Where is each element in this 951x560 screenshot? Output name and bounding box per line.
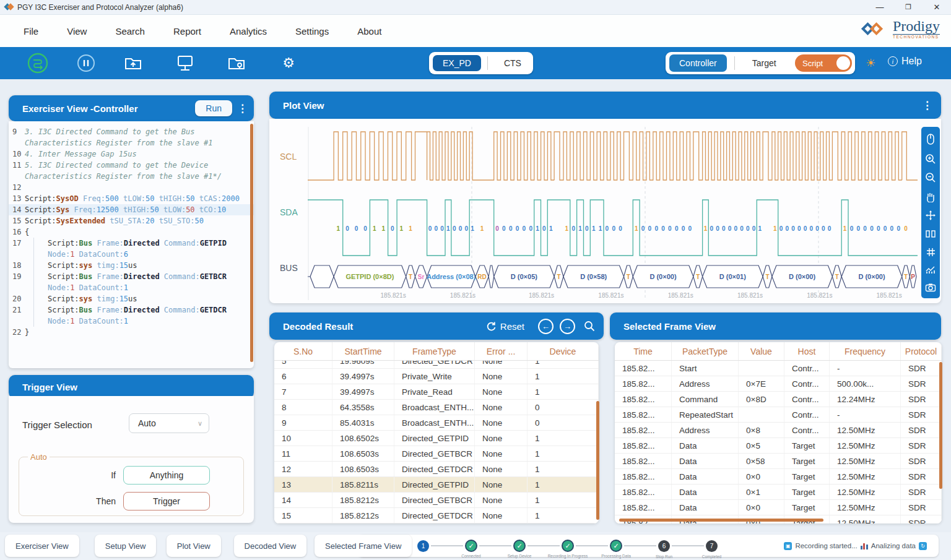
selected-frame-row[interactable]: 185.82...Data0×1Target12.50MHzSDR <box>615 485 942 500</box>
role-controller-button[interactable]: Controller <box>669 54 727 72</box>
step-connector <box>672 545 704 546</box>
menu-item-view[interactable]: View <box>67 26 87 37</box>
close-button[interactable]: ✕ <box>923 2 951 12</box>
progress-step: ✓Processing Data <box>610 540 622 552</box>
decoded-row[interactable]: 12108.6503sDirected_GETDCRNone1 <box>274 462 599 477</box>
column-header-starttime[interactable]: StartTime <box>332 342 394 360</box>
chart-icon[interactable] <box>925 265 936 275</box>
code-scrollbar[interactable] <box>250 124 253 362</box>
folder-upload-icon[interactable] <box>123 53 144 74</box>
reset-button[interactable]: Reset <box>486 321 524 332</box>
column-header-protocol[interactable]: Protocol <box>901 342 942 360</box>
column-header-host[interactable]: Host <box>784 342 830 360</box>
move-icon[interactable] <box>925 210 936 221</box>
menu-item-file[interactable]: File <box>24 26 38 37</box>
selected-frame-row[interactable]: 185.82...RepeatedStartContr...-SDR <box>615 407 942 423</box>
prodigy-logo-icon <box>862 21 888 37</box>
waveform-plot[interactable]: 1000110110001000110000001011010110001000… <box>308 127 921 301</box>
view-tab-plot-view[interactable]: Plot View <box>167 535 221 557</box>
grid-icon[interactable] <box>926 247 936 257</box>
trigger-selection-dropdown[interactable]: Auto ∨ <box>129 413 209 433</box>
prev-frame-button[interactable]: ← <box>538 319 554 334</box>
help-button[interactable]: i Help <box>888 56 922 67</box>
view-tab-setup-view[interactable]: Setup View <box>95 535 157 557</box>
step-label: Stop Run <box>656 554 672 559</box>
monitor-icon[interactable] <box>175 53 196 74</box>
table-cell: 185.82... <box>615 469 672 484</box>
exerciser-flow-icon[interactable] <box>27 53 48 74</box>
mode-cts-button[interactable]: CTS <box>494 55 531 71</box>
gear-icon[interactable]: ⚙ <box>278 53 299 74</box>
camera-icon[interactable] <box>925 283 936 292</box>
pan-hand-icon[interactable] <box>925 191 936 202</box>
script-toggle[interactable]: Script <box>795 54 852 72</box>
view-tab-decoded-view[interactable]: Decoded View <box>234 535 307 557</box>
plot-canvas[interactable]: SCL SDA BUS 1000110110001000110000001011… <box>269 119 941 303</box>
column-header-s-no[interactable]: S.No <box>274 342 332 360</box>
menu-item-settings[interactable]: Settings <box>295 26 329 37</box>
compare-icon[interactable] <box>925 229 936 239</box>
column-header-packettype[interactable]: PacketType <box>672 342 739 360</box>
step-connector <box>528 545 560 546</box>
sda-bit: 1 <box>599 225 602 232</box>
search-icon[interactable] <box>584 321 595 332</box>
column-header-frequency[interactable]: Frequency <box>830 342 901 360</box>
column-header-value[interactable]: Value <box>739 342 784 360</box>
selected-frame-row[interactable]: 185.82...Address0×7EContr...500.00k...SD… <box>615 376 942 392</box>
menu-item-about[interactable]: About <box>357 26 381 37</box>
decoded-row[interactable]: 13185.8211sDirected_GETPIDNone1 <box>274 477 599 493</box>
folder-pin-icon[interactable] <box>226 53 247 74</box>
menu-item-search[interactable]: Search <box>115 26 145 37</box>
column-header-time[interactable]: Time <box>615 342 672 360</box>
decoded-row[interactable]: 985.4031sBroadcast_ENTH...None0 <box>274 415 599 431</box>
selected-frame-hscrollbar[interactable] <box>619 519 823 522</box>
decoded-row[interactable]: 15185.8212sDirected_GETDCRNone1 <box>274 508 599 523</box>
role-target-button[interactable]: Target <box>742 54 786 72</box>
pause-icon[interactable] <box>76 53 97 74</box>
then-action-button[interactable]: Trigger <box>123 492 210 510</box>
selected-frame-vscrollbar[interactable] <box>939 362 942 489</box>
plot-more-icon[interactable]: ⋮ <box>922 99 932 112</box>
view-tab-selected-frame-view[interactable]: Selected Frame View <box>315 535 412 557</box>
decoded-row[interactable]: 864.3558sBroadcast_ENTH...None0 <box>274 400 599 415</box>
sda-bit: 0 <box>688 225 692 232</box>
selected-frame-row[interactable]: 185.82...Data0×5Target12.50MHzSDR <box>615 438 942 454</box>
decoded-row[interactable]: 11108.6503sDirected_GETBCRNone1 <box>274 446 599 462</box>
menu-item-report[interactable]: Report <box>173 26 201 37</box>
selected-frame-row[interactable]: 185.82...Data0×0Target12.50MHzSDR <box>615 500 942 515</box>
decoded-row[interactable]: 10108.6502sDirected_GETPIDNone1 <box>274 431 599 446</box>
column-header-error-[interactable]: Error ... <box>475 342 528 360</box>
view-tab-exerciser-view[interactable]: Exerciser View <box>5 535 79 557</box>
decoded-row[interactable]: 14185.8212sDirected_GETBCRNone1 <box>274 493 599 508</box>
exerciser-more-icon[interactable]: ⋮ <box>237 102 248 115</box>
decoded-row[interactable]: 739.4997sPrivate_ReadNone1 <box>274 384 599 400</box>
mode-ex-pd-button[interactable]: EX_PD <box>433 55 481 71</box>
code-line: 19Script:Bus Frame:Directed Command:GETB… <box>9 271 254 282</box>
menu-item-analytics[interactable]: Analytics <box>230 26 267 37</box>
table-cell: 12.50MHz <box>830 454 901 468</box>
next-frame-button[interactable]: → <box>560 319 575 334</box>
if-condition-button[interactable]: Anything <box>123 466 210 485</box>
selected-frame-row[interactable]: 185.82...Data0×0Target12.50MHzSDR <box>615 469 942 485</box>
decoded-scrollbar[interactable] <box>596 401 599 520</box>
mouse-icon[interactable] <box>926 133 936 145</box>
minimize-button[interactable]: — <box>866 2 894 12</box>
zoom-out-icon[interactable] <box>925 172 936 183</box>
table-cell: Private_Read <box>394 384 475 399</box>
column-header-frametype[interactable]: FrameType <box>394 342 475 360</box>
table-cell: Contr... <box>784 361 830 376</box>
selected-frame-row[interactable]: 185.82...Data0×58Target12.50MHzSDR <box>615 454 942 469</box>
theme-sun-icon[interactable]: ☀ <box>866 56 875 70</box>
script-editor[interactable]: 93. I3C Directed Command to get the BusC… <box>9 121 254 368</box>
restore-button[interactable]: ❐ <box>894 3 923 11</box>
brand-subtitle: TECHNOVATIONS <box>893 34 940 40</box>
decoded-row[interactable]: 639.4997sPrivate_WriteNone1 <box>274 369 599 384</box>
selected-frame-row[interactable]: 185.82...StartContr...-SDR <box>615 361 942 376</box>
selected-frame-row[interactable]: 185.82...Address0×8Contr...12.50MHzSDR <box>615 423 942 438</box>
code-line: Node:1 DataCount:1 <box>9 316 254 327</box>
selected-frame-row[interactable]: 185.82...Command0×8DContr...12.24MHzSDR <box>615 392 942 407</box>
column-header-device[interactable]: Device <box>528 342 599 360</box>
decoded-row[interactable]: 519.9609sDirected_GETDCRNone1 <box>274 361 599 369</box>
run-button[interactable]: Run <box>195 100 232 116</box>
zoom-in-icon[interactable] <box>925 153 936 165</box>
